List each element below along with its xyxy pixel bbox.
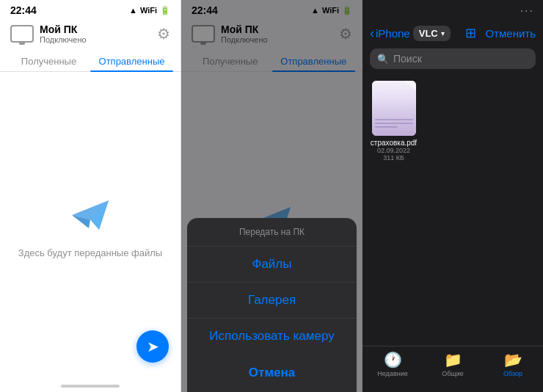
action-sheet-title: Передать на ПК — [187, 218, 357, 247]
device-info-left: Мой ПК Подключено — [10, 23, 87, 44]
device-icon-mid — [192, 25, 215, 43]
back-chevron-icon: ‹ — [370, 26, 374, 41]
tab-received-left[interactable]: Полученные — [7, 50, 90, 71]
file-line — [375, 123, 413, 124]
file-size: 311 КБ — [383, 154, 404, 161]
file-name: страховка.pdf — [371, 139, 417, 147]
action-sheet: Передать на ПК Файлы Галерея Использоват… — [181, 218, 362, 392]
file-thumb-content — [372, 81, 416, 136]
device-status-left: Подключено — [40, 35, 87, 44]
p3-search-bar[interactable]: 🔍 Поиск — [370, 48, 536, 69]
tab-received-mid[interactable]: Полученные — [189, 50, 272, 71]
battery-icon-mid: 🔋 — [342, 6, 352, 15]
p3-back-button[interactable]: ‹ iPhone — [370, 26, 410, 41]
p3-tab-shared[interactable]: 📁 Общие — [423, 351, 483, 377]
recent-icon: 🕐 — [384, 351, 402, 369]
grid-view-icon[interactable]: ⊞ — [465, 25, 476, 41]
p3-nav: ‹ iPhone VLC ▾ ⊞ Отменить — [362, 18, 543, 46]
file-date: 02.09.2022 — [377, 147, 410, 154]
device-icon-left — [10, 25, 34, 43]
tabs-mid: Полученные Отправленные — [181, 50, 362, 72]
tab-sent-mid[interactable]: Отправленные — [272, 50, 356, 71]
paper-plane-icon-left — [68, 193, 112, 237]
file-item[interactable]: страховка.pdf 02.09.2022 311 КБ — [370, 81, 418, 161]
status-icons-left: ▲ WiFi 🔋 — [129, 6, 170, 15]
p3-app-selector[interactable]: VLC ▾ — [413, 26, 451, 41]
browse-icon: 📂 — [504, 351, 522, 369]
panel-left: 22:44 ▲ WiFi 🔋 Мой ПК Подключено ⚙ Получ… — [0, 0, 181, 392]
status-bar-mid: 22:44 ▲ WiFi 🔋 — [181, 0, 362, 19]
battery-icon: 🔋 — [160, 6, 170, 15]
wifi-icon-mid: WiFi — [322, 6, 339, 15]
p3-tab-recent-label: Недавние — [377, 370, 407, 377]
file-corner — [406, 81, 416, 91]
device-name-mid: Мой ПК — [221, 23, 268, 35]
send-fab-left[interactable]: ➤ — [136, 330, 169, 363]
device-texts-mid: Мой ПК Подключено — [221, 23, 268, 44]
search-icon: 🔍 — [377, 54, 389, 65]
home-bar-left — [61, 385, 120, 388]
p3-app-name: VLC — [419, 28, 438, 39]
action-sheet-gallery[interactable]: Галерея — [187, 283, 357, 319]
tab-sent-left[interactable]: Отправленные — [90, 50, 173, 71]
time-mid: 22:44 — [192, 4, 218, 16]
action-sheet-cancel[interactable]: Отмена — [187, 354, 357, 392]
status-icons-mid: ▲ WiFi 🔋 — [311, 6, 352, 15]
p3-tabbar: 🕐 Недавние 📁 Общие 📂 Обзор — [362, 346, 543, 392]
device-texts-left: Мой ПК Подключено — [40, 23, 87, 44]
p3-tab-shared-label: Общие — [442, 370, 464, 377]
send-icon-left: ➤ — [147, 339, 159, 354]
panel-right: ··· ‹ iPhone VLC ▾ ⊞ Отменить 🔍 Поиск — [362, 0, 543, 392]
p3-files-area: страховка.pdf 02.09.2022 311 КБ — [362, 75, 543, 346]
device-info-mid: Мой ПК Подключено — [192, 23, 268, 44]
wifi-icon: WiFi — [140, 6, 157, 15]
p3-cancel-button[interactable]: Отменить — [485, 27, 536, 40]
p3-dropdown-icon: ▾ — [441, 29, 445, 37]
file-thumbnail — [372, 81, 416, 136]
search-placeholder: Поиск — [393, 53, 422, 65]
status-bar-left: 22:44 ▲ WiFi 🔋 — [0, 0, 181, 19]
empty-text-left: Здесь будут переданные файлы — [4, 247, 177, 258]
action-sheet-inner: Передать на ПК Файлы Галерея Использоват… — [187, 218, 357, 354]
file-lines — [375, 119, 413, 130]
shared-icon: 📁 — [444, 351, 462, 369]
gear-icon-left[interactable]: ⚙ — [157, 25, 170, 43]
signal-icon-mid: ▲ — [311, 6, 319, 15]
action-sheet-camera[interactable]: Использовать камеру — [187, 319, 357, 354]
p3-tab-recent[interactable]: 🕐 Недавние — [362, 351, 423, 377]
panel-middle: 22:44 ▲ WiFi 🔋 Мой ПК Подключено ⚙ Получ… — [181, 0, 362, 392]
file-line — [375, 119, 413, 120]
action-sheet-files[interactable]: Файлы — [187, 247, 357, 283]
tabs-left: Полученные Отправленные — [0, 50, 181, 72]
device-header-mid: Мой ПК Подключено ⚙ — [181, 19, 362, 50]
p3-tab-browse-label: Обзор — [503, 370, 522, 377]
signal-icon: ▲ — [129, 6, 137, 15]
p3-back-label: iPhone — [376, 27, 410, 40]
p3-dots: ··· — [362, 0, 543, 18]
file-line — [375, 126, 398, 128]
device-header-left: Мой ПК Подключено ⚙ — [0, 19, 181, 50]
gear-icon-mid[interactable]: ⚙ — [339, 25, 352, 43]
device-status-mid: Подключено — [221, 35, 268, 44]
time-left: 22:44 — [10, 4, 37, 16]
device-name-left: Мой ПК — [40, 23, 87, 35]
home-indicator-left — [0, 379, 181, 392]
p3-tab-browse[interactable]: 📂 Обзор — [483, 351, 543, 377]
